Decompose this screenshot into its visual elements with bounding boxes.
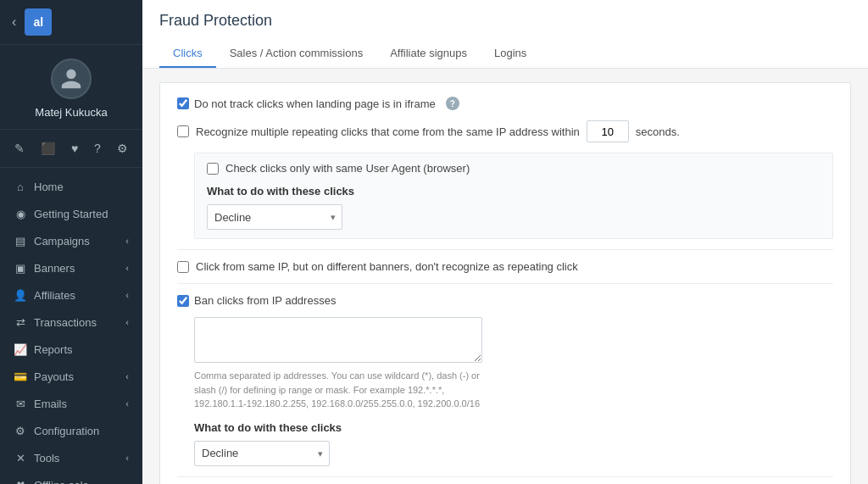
recognize-label-post: seconds. [636, 125, 680, 138]
getting-started-icon: ◉ [14, 207, 27, 220]
logo-text: al [33, 15, 43, 29]
sidebar-item-offline-sale[interactable]: ✖ Offline sale [0, 471, 142, 484]
no-track-help-icon[interactable]: ? [446, 97, 459, 110]
nav-label-configuration: Configuration [34, 425, 99, 437]
same-ip-label: Click from same IP, but on different ban… [196, 260, 578, 273]
edit-icon-btn[interactable]: ✎ [11, 138, 28, 159]
campaigns-icon: ▤ [14, 234, 27, 248]
ban-clicks-checkbox[interactable] [177, 295, 189, 307]
ban-ip-textarea[interactable] [194, 317, 482, 363]
payouts-arrow-icon: ‹ [125, 371, 129, 381]
nav-label-getting-started: Getting Started [34, 208, 108, 220]
nav-label-transactions: Transactions [34, 316, 97, 329]
payouts-icon: 💳 [14, 370, 27, 383]
nav-label-offline-sale: Offline sale [34, 479, 89, 485]
section-no-track: Do not track clicks when landing page is… [159, 82, 851, 484]
emails-arrow-icon: ‹ [125, 398, 129, 409]
what-to-do-select-1[interactable]: Decline Allow Flag [207, 204, 342, 230]
user-agent-label: Check clicks only with same User Agent (… [225, 162, 470, 175]
recognize-checkbox[interactable] [177, 125, 189, 137]
offline-sale-icon: ✖ [14, 478, 27, 484]
ban-clicks-label[interactable]: Ban clicks from IP addresses [177, 294, 336, 307]
home-icon: ⌂ [14, 180, 27, 193]
sidebar-item-getting-started[interactable]: ◉ Getting Started [0, 200, 142, 227]
ban-clicks-row: Ban clicks from IP addresses [177, 294, 833, 307]
nav-label-banners: Banners [34, 262, 75, 275]
avatar [51, 58, 92, 99]
settings-icon-btn[interactable]: ⚙ [114, 138, 131, 159]
heart-icon-btn[interactable]: ♥ [68, 138, 81, 159]
configuration-icon: ⚙ [14, 424, 27, 437]
what-to-do-label-1: What to do with these clicks [207, 185, 821, 197]
help-icon-btn[interactable]: ? [91, 138, 104, 159]
ban-ip-hint: Comma separated ip addresses. You can us… [194, 369, 482, 411]
sidebar-item-payouts[interactable]: 💳 Payouts ‹ [0, 363, 142, 390]
ban-ip-block: Comma separated ip addresses. You can us… [194, 317, 833, 466]
nav-label-tools: Tools [34, 452, 59, 465]
nav-label-home: Home [34, 181, 64, 193]
tab-clicks[interactable]: Clicks [159, 40, 216, 68]
sidebar-item-home[interactable]: ⌂ Home [0, 173, 142, 200]
divider-2 [177, 283, 833, 284]
no-track-row: Do not track clicks when landing page is… [177, 97, 833, 110]
tabs-bar: Clicks Sales / Action commissions Affili… [159, 40, 851, 68]
sidebar-item-banners[interactable]: ▣ Banners ‹ [0, 254, 142, 281]
user-agent-checkbox[interactable] [207, 163, 219, 175]
sidebar-item-emails[interactable]: ✉ Emails ‹ [0, 390, 142, 417]
no-track-checkbox[interactable] [177, 97, 189, 109]
sidebar-user-section: Matej Kukucka [0, 45, 142, 130]
recognize-row: Recognize multiple repeating clicks that… [177, 120, 833, 142]
banners-icon: ▣ [14, 261, 27, 275]
tools-arrow-icon: ‹ [125, 453, 129, 463]
tab-sales[interactable]: Sales / Action commissions [216, 40, 377, 68]
affiliates-icon: 👤 [14, 288, 27, 302]
sidebar: ‹ al Matej Kukucka ✎ ⬛ ♥ ? ⚙ ⌂ Home ◉ Ge… [0, 0, 142, 484]
nav-label-affiliates: Affiliates [34, 289, 75, 302]
sidebar-item-tools[interactable]: ✕ Tools ‹ [0, 444, 142, 471]
ban-what-to-do-select-wrapper: Decline Allow Flag ▾ [194, 441, 330, 466]
nav-label-reports: Reports [34, 343, 73, 356]
campaigns-arrow-icon: ‹ [125, 236, 129, 246]
no-track-label[interactable]: Do not track clicks when landing page is… [177, 97, 436, 110]
sidebar-item-campaigns[interactable]: ▤ Campaigns ‹ [0, 227, 142, 254]
sidebar-item-transactions[interactable]: ⇄ Transactions ‹ [0, 309, 142, 336]
sidebar-item-reports[interactable]: 📈 Reports [0, 336, 142, 363]
username-label: Matej Kukucka [35, 106, 107, 119]
no-track-text: Do not track clicks when landing page is… [194, 97, 436, 110]
ban-what-to-do-select[interactable]: Decline Allow Flag [194, 441, 330, 466]
ban-clicks-text: Ban clicks from IP addresses [194, 294, 336, 307]
sidebar-header: ‹ al [0, 0, 142, 45]
tab-logins[interactable]: Logins [481, 40, 540, 68]
sidebar-item-configuration[interactable]: ⚙ Configuration [0, 417, 142, 444]
content-area: Do not track clicks when landing page is… [142, 69, 868, 484]
ban-what-to-do-label: What to do with these clicks [194, 421, 833, 434]
nav-label-campaigns: Campaigns [34, 235, 90, 248]
page-title: Fraud Protection [159, 12, 851, 30]
seconds-input[interactable] [587, 120, 629, 142]
divider-1 [177, 249, 833, 250]
user-avatar-icon [59, 67, 83, 91]
reports-icon: 📈 [14, 342, 27, 356]
banners-arrow-icon: ‹ [125, 263, 129, 273]
transactions-arrow-icon: ‹ [125, 317, 129, 327]
user-agent-block: Check clicks only with same User Agent (… [194, 153, 833, 239]
divider-3 [177, 476, 833, 477]
nav-label-payouts: Payouts [34, 370, 74, 383]
back-button[interactable]: ‹ [10, 13, 18, 31]
sidebar-logo: al [25, 8, 52, 36]
sidebar-nav: ⌂ Home ◉ Getting Started ▤ Campaigns ‹ ▣… [0, 168, 142, 484]
nav-label-emails: Emails [34, 398, 67, 410]
sidebar-icon-bar: ✎ ⬛ ♥ ? ⚙ [0, 130, 142, 168]
sidebar-item-affiliates[interactable]: 👤 Affiliates ‹ [0, 281, 142, 309]
user-agent-row: Check clicks only with same User Agent (… [207, 162, 821, 175]
page-header: Fraud Protection Clicks Sales / Action c… [142, 0, 868, 69]
transactions-icon: ⇄ [14, 315, 27, 329]
what-to-do-select-wrapper-1: Decline Allow Flag ▾ [207, 204, 342, 230]
tools-icon: ✕ [14, 451, 27, 465]
same-ip-row: Click from same IP, but on different ban… [177, 260, 833, 273]
tab-affiliate-signups[interactable]: Affiliate signups [376, 40, 481, 68]
emails-icon: ✉ [14, 397, 27, 410]
monitor-icon-btn[interactable]: ⬛ [37, 138, 58, 159]
same-ip-checkbox[interactable] [177, 261, 189, 273]
affiliates-arrow-icon: ‹ [125, 290, 129, 300]
